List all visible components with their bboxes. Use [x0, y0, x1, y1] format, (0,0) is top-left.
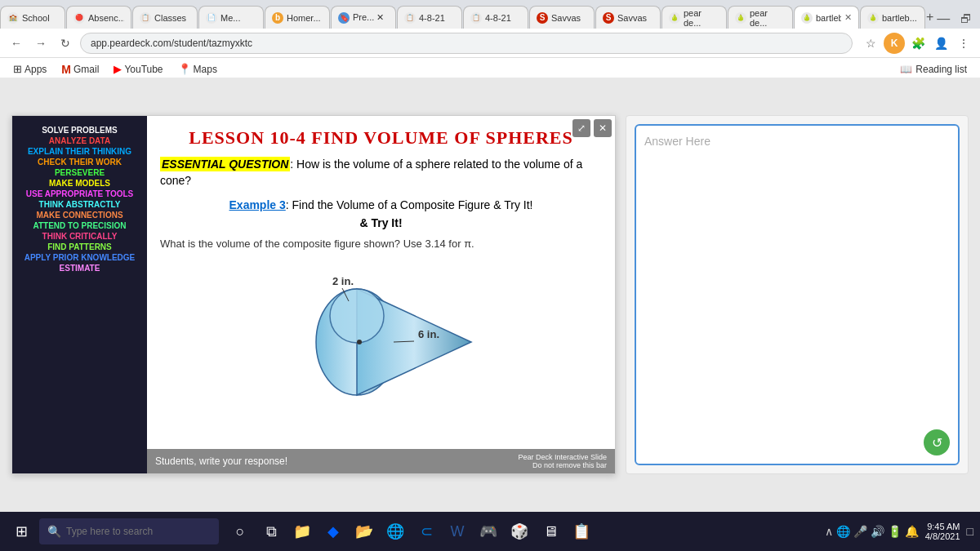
tab-favicon-pear1: 🍐	[669, 12, 680, 24]
taskbar: ⊞ 🔍 ○ ⧉ 📁 ◆ 📂 🌐 ⊂ W 🎮 🎲 🖥 📋 ∧ 🌐 🎤 🔊 🔋 🔔 …	[0, 512, 980, 551]
tab-label-pear1: pear de...	[684, 8, 719, 28]
tab-label-savvas1: Savvas	[551, 13, 581, 23]
bookmark-maps-label: Maps	[194, 64, 217, 75]
search-icon: 🔍	[47, 525, 61, 538]
tab-favicon-home: b	[272, 12, 283, 24]
taskbar-file-explorer[interactable]: 📁	[289, 518, 315, 544]
sidebar-solve: SOLVE PROBLEMS	[19, 126, 140, 135]
taskbar-time[interactable]: 9:45 AM 4/8/2021	[925, 522, 960, 541]
battery-icon[interactable]: 🔋	[888, 525, 902, 538]
tab-classes[interactable]: 📋 Classes	[132, 6, 198, 29]
taskbar-folder[interactable]: 📂	[351, 518, 377, 544]
show-desktop-icon[interactable]: □	[967, 525, 973, 538]
tab-bartleb2[interactable]: 🍐 bartleb...	[860, 6, 925, 29]
restore-button[interactable]: 🗗	[956, 9, 976, 29]
extensions-button[interactable]: 🧩	[908, 33, 928, 53]
tab-pear2[interactable]: 🍐 pear de...	[728, 6, 793, 29]
answer-submit-button[interactable]: ↺	[924, 429, 950, 455]
tab-pre[interactable]: 🔖 Pre... ✕	[331, 6, 396, 29]
reading-list-button[interactable]: 📖 Reading list	[895, 62, 972, 77]
bookmark-maps[interactable]: 📍 Maps	[173, 61, 222, 77]
tab-favicon-classes: 📋	[140, 12, 151, 24]
tab-bar: 🏫 School 🔴 Absenc... 📋 Classes 📄 Me... b…	[0, 0, 980, 29]
sidebar-persevere: PERSEVERE	[19, 168, 140, 177]
menu-button[interactable]: ⋮	[954, 33, 973, 53]
example-link[interactable]: Example 3	[229, 198, 286, 211]
tab-favicon-school: 🏫	[7, 12, 19, 24]
notification-icon[interactable]: 🔔	[905, 525, 919, 538]
example-subtitle: & Try It!	[160, 216, 602, 229]
tab-4821-1[interactable]: 📋 4-8-21	[397, 6, 462, 29]
forward-button[interactable]: →	[31, 33, 51, 53]
bookmark-gmail[interactable]: M Gmail	[56, 61, 104, 78]
taskbar-sys-icons: ∧ 🌐 🎤 🔊 🔋 🔔	[825, 525, 919, 538]
sidebar-think-critically: THINK CRITICALLY	[19, 232, 140, 241]
tab-4821-2[interactable]: 📋 4-8-21	[463, 6, 528, 29]
tab-school[interactable]: 🏫 School	[0, 6, 65, 29]
answer-box[interactable]: Answer Here ↺	[635, 124, 960, 465]
taskbar-dropbox[interactable]: ◆	[320, 518, 346, 544]
taskbar-cortana[interactable]: ○	[227, 518, 253, 544]
bookmark-youtube-label: YouTube	[124, 64, 163, 75]
minimize-button[interactable]: —	[933, 9, 953, 29]
caret-up-icon[interactable]: ∧	[825, 525, 833, 538]
tab-label-4821-2: 4-8-21	[485, 13, 511, 23]
speaker-icon[interactable]: 🔊	[871, 525, 884, 538]
taskbar-clipboard[interactable]: 📋	[568, 518, 595, 544]
network-icon[interactable]: 🌐	[836, 525, 850, 538]
slide-container: ⤢ ✕ SOLVE PROBLEMS ANALYZE DATA EXPLAIN …	[11, 115, 616, 474]
new-tab-button[interactable]: +	[926, 6, 933, 29]
taskbar-search[interactable]: 🔍	[39, 518, 219, 544]
sidebar-estimate: ESTIMATE	[19, 264, 140, 273]
slide-expand-button[interactable]: ⤢	[572, 119, 590, 137]
tab-label-pre: Pre... ✕	[353, 12, 384, 23]
reload-button[interactable]: ↻	[56, 33, 75, 53]
composite-figure-svg: 2 in. 6 in.	[259, 260, 504, 399]
bookmark-apps[interactable]: ⊞ Apps	[8, 61, 51, 77]
taskbar-word[interactable]: W	[444, 518, 470, 544]
taskbar-task-view[interactable]: ⧉	[258, 518, 284, 544]
taskbar-game1[interactable]: 🎮	[475, 518, 501, 544]
bookmark-gmail-label: Gmail	[74, 64, 99, 75]
profile-button[interactable]: 👤	[931, 33, 951, 53]
tab-absence[interactable]: 🔴 Absenc...	[66, 6, 131, 29]
tab-label-4821-1: 4-8-21	[419, 13, 445, 23]
taskbar-search-input[interactable]	[66, 526, 211, 537]
bookmark-star-button[interactable]: ☆	[861, 33, 880, 53]
tab-pear1[interactable]: 🍐 pear de...	[662, 6, 727, 29]
reading-list-icon: 📖	[900, 64, 912, 75]
bookmark-youtube[interactable]: ▶ YouTube	[109, 61, 167, 77]
taskbar-chrome[interactable]: 🌐	[382, 518, 408, 544]
students-text: Students, write your response!	[155, 455, 287, 467]
answer-panel: Answer Here ↺	[626, 115, 969, 474]
taskbar-game2[interactable]: 🎲	[506, 518, 532, 544]
avatar: K	[884, 33, 905, 54]
mic-icon[interactable]: 🎤	[853, 525, 867, 538]
tab-label-school: School	[22, 13, 50, 23]
taskbar-edge[interactable]: ⊂	[413, 518, 439, 544]
tab-favicon-savvas2: S	[603, 12, 614, 24]
clock-date: 4/8/2021	[925, 531, 960, 541]
clock-time: 9:45 AM	[925, 522, 960, 531]
tab-home[interactable]: b Homer...	[265, 6, 330, 29]
tab-bartleb1[interactable]: 🍐 bartleb... ✕	[794, 6, 859, 29]
tab-me[interactable]: 📄 Me...	[198, 6, 264, 29]
address-input[interactable]	[80, 33, 853, 54]
sidebar-explain: EXPLAIN THEIR THINKING	[19, 147, 140, 156]
apps-icon: ⊞	[13, 63, 22, 75]
tab-savvas1[interactable]: S Savvas	[529, 6, 595, 29]
taskbar-monitor[interactable]: 🖥	[537, 518, 564, 544]
sidebar-make-models: MAKE MODELS	[19, 179, 140, 188]
slide-close-button[interactable]: ✕	[594, 119, 612, 137]
example-title: Example 3: Find the Volume of a Composit…	[160, 198, 602, 211]
tab-label-absence: Absenc...	[88, 13, 124, 23]
example-text: : Find the Volume of a Composite Figure …	[286, 198, 533, 211]
problem-text: What is the volume of the composite figu…	[160, 238, 602, 250]
tab-close-bartleb1[interactable]: ✕	[844, 12, 852, 23]
address-bar-row: ← → ↻ ☆ K 🧩 👤 ⋮	[0, 29, 980, 58]
tab-savvas2[interactable]: S Savvas	[595, 6, 661, 29]
back-button[interactable]: ←	[7, 33, 26, 53]
bookmark-apps-label: Apps	[24, 64, 47, 75]
slide-header-bar: ⤢ ✕	[572, 119, 612, 137]
start-button[interactable]: ⊞	[7, 517, 36, 546]
